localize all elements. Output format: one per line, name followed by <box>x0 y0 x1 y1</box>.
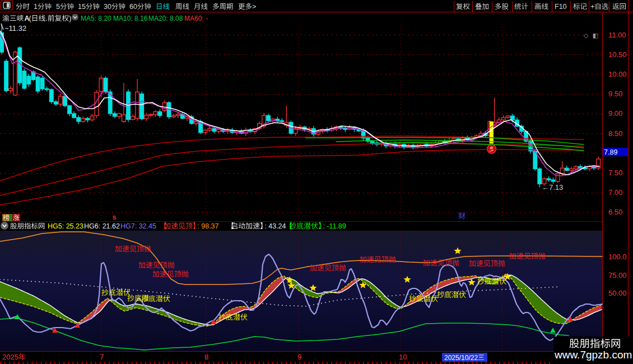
svg-text:2025/10/22: 2025/10/22 <box>444 354 478 362</box>
svg-text:+: + <box>590 3 594 11</box>
svg-text:MA5: 8.20: MA5: 8.20 <box>81 15 111 22</box>
svg-text:>: > <box>252 3 256 11</box>
svg-text:100.0: 100.0 <box>608 253 627 261</box>
svg-text:30: 30 <box>104 3 111 11</box>
svg-text:2025: 2025 <box>2 353 18 361</box>
svg-text:MA60: -: MA60: - <box>184 15 208 22</box>
svg-text:8.50: 8.50 <box>608 129 622 138</box>
svg-text:9: 9 <box>297 353 301 361</box>
svg-text:75.00: 75.00 <box>608 271 627 279</box>
svg-text:5: 5 <box>56 3 60 11</box>
svg-text:: 98.37: : 98.37 <box>197 222 218 230</box>
svg-text:MA20: 8.08: MA20: 8.08 <box>148 15 183 22</box>
svg-text:: 43.24: : 43.24 <box>264 222 286 230</box>
svg-text:10.00: 10.00 <box>608 70 627 78</box>
svg-text:8: 8 <box>204 353 208 361</box>
svg-text:60: 60 <box>129 3 137 11</box>
svg-text:6.50: 6.50 <box>608 208 622 216</box>
svg-text:◧: ◧ <box>593 32 598 39</box>
svg-text:◇: ◇ <box>584 32 589 39</box>
svg-text:s: s <box>113 213 117 221</box>
svg-text:7.00: 7.00 <box>608 188 622 197</box>
svg-text:HG7: 32.45: HG7: 32.45 <box>120 222 156 230</box>
svg-text:11.00: 11.00 <box>608 31 626 39</box>
svg-text:9.00: 9.00 <box>608 109 622 118</box>
svg-text:HG5: 25.23: HG5: 25.23 <box>48 222 83 230</box>
svg-text:.: . <box>45 14 48 22</box>
svg-text:50.00: 50.00 <box>608 289 627 297</box>
svg-text:: -11.89: : -11.89 <box>323 222 346 230</box>
svg-text:F10: F10 <box>555 3 567 11</box>
svg-text:9.50: 9.50 <box>608 90 622 98</box>
svg-text:15: 15 <box>78 3 86 11</box>
svg-text:~11.32: ~11.32 <box>4 24 26 32</box>
svg-text:10.50: 10.50 <box>608 50 627 59</box>
svg-text:(: ( <box>29 14 31 22</box>
svg-text:7.89: 7.89 <box>604 148 617 156</box>
svg-text:MA10: 8.16: MA10: 8.16 <box>113 15 148 22</box>
svg-text:): ) <box>69 14 71 22</box>
svg-text:←7.13: ←7.13 <box>542 183 563 192</box>
svg-text:1: 1 <box>34 3 38 11</box>
svg-text:10: 10 <box>399 353 407 361</box>
svg-text:www.7gpzb.com: www.7gpzb.com <box>554 349 632 361</box>
svg-text:HG6: 21.62: HG6: 21.62 <box>84 222 120 230</box>
svg-text:7.50: 7.50 <box>608 169 622 177</box>
svg-text:7: 7 <box>100 353 104 361</box>
